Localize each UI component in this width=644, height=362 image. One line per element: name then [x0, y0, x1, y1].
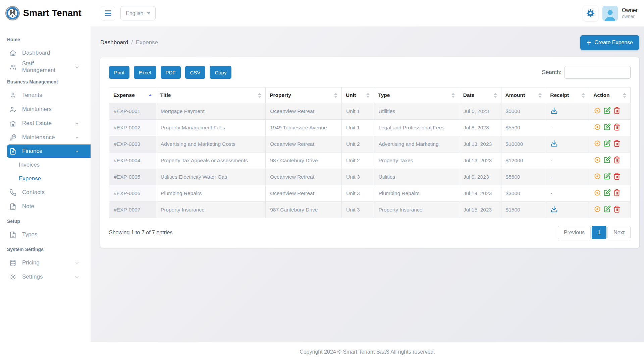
export-excel-button[interactable]: Excel	[134, 66, 156, 79]
download-icon[interactable]	[550, 107, 558, 114]
cell-action	[589, 103, 631, 120]
delete-icon[interactable]	[613, 123, 621, 131]
search-input[interactable]	[565, 66, 631, 79]
column-header-wrap: Unit	[346, 92, 370, 98]
sidebar-subitem-expense[interactable]: Expense	[0, 172, 91, 185]
cell-date: Jul 13, 2023	[459, 136, 501, 153]
column-header-type[interactable]: Type	[374, 87, 459, 103]
column-header-wrap: Receipt	[550, 92, 585, 98]
user-meta[interactable]: Owner owner	[622, 7, 639, 20]
cell-unit: Unit 1	[342, 103, 374, 120]
sort-icon	[258, 93, 261, 98]
sidebar-item-pricing[interactable]: Pricing	[0, 256, 91, 270]
view-icon[interactable]	[594, 205, 601, 213]
sidebar-item-staff-management[interactable]: Staff Management	[0, 60, 91, 74]
pagination-next-button[interactable]: Next	[607, 226, 631, 239]
delete-icon[interactable]	[613, 156, 621, 164]
create-expense-button[interactable]: + Create Expense	[580, 35, 639, 50]
sidebar-section-system-settings: System Settings	[0, 242, 91, 256]
download-icon[interactable]	[550, 140, 558, 147]
column-label: Action	[593, 92, 609, 98]
expense-card: PrintExcelPDFCSVCopy Search: ExpenseTitl…	[100, 57, 639, 248]
sidebar-subitem-invoices[interactable]: Invoices	[0, 158, 91, 172]
sort-icon	[366, 93, 370, 98]
sidebar-item-label: Types	[22, 231, 37, 238]
column-header-unit[interactable]: Unit	[342, 87, 374, 103]
edit-icon[interactable]	[603, 140, 611, 147]
cell-property: 987 Cantebury Drive	[266, 202, 342, 218]
export-csv-button[interactable]: CSV	[185, 66, 206, 79]
view-icon[interactable]	[594, 107, 601, 114]
export-pdf-button[interactable]: PDF	[161, 66, 181, 79]
language-dropdown[interactable]: English	[120, 6, 156, 20]
sidebar-item-note[interactable]: Note	[0, 199, 91, 214]
brand[interactable]: Smart Tenant	[0, 0, 91, 26]
copyright-text: Copyright 2024 © Smart Tenant SaaS All r…	[300, 349, 435, 355]
home-icon	[9, 50, 16, 57]
cell-date: Jul 9, 2023	[459, 169, 501, 185]
view-icon[interactable]	[594, 156, 601, 164]
delete-icon[interactable]	[613, 107, 621, 114]
sidebar-item-finance[interactable]: Finance	[7, 144, 91, 158]
cell-action	[589, 136, 631, 153]
sidebar-item-maintainers[interactable]: Maintainers	[0, 102, 91, 116]
view-icon[interactable]	[594, 173, 601, 180]
cell-unit: Unit 3	[342, 202, 374, 218]
delete-icon[interactable]	[613, 173, 621, 180]
cell-amount: $5600	[501, 169, 546, 185]
cell-title: Property Insurance	[156, 202, 265, 218]
topbar-left: English	[101, 6, 156, 20]
sidebar-item-maintenance[interactable]: Maintenance	[0, 130, 91, 144]
pagination-previous-button[interactable]: Previous	[558, 226, 591, 239]
column-header-amount[interactable]: Amount	[501, 87, 546, 103]
edit-icon[interactable]	[603, 205, 611, 213]
export-print-button[interactable]: Print	[109, 66, 129, 79]
cell-receipt	[546, 202, 589, 218]
cell-expense: #EXP-0002	[109, 120, 156, 136]
sidebar-item-types[interactable]: Types	[0, 228, 91, 242]
column-header-title[interactable]: Title	[156, 87, 265, 103]
download-icon[interactable]	[550, 205, 558, 213]
view-icon[interactable]	[594, 189, 601, 196]
edit-icon[interactable]	[603, 156, 611, 164]
gear-icon	[586, 9, 595, 18]
edit-icon[interactable]	[603, 173, 611, 180]
column-header-expense[interactable]: Expense	[109, 87, 156, 103]
column-header-receipt[interactable]: Receipt	[546, 87, 589, 103]
delete-icon[interactable]	[613, 205, 621, 213]
sidebar-item-contacts[interactable]: Contacts	[0, 185, 91, 199]
sidebar-item-real-estate[interactable]: Real Estate	[0, 116, 91, 130]
cell-type: Advertising and Marketing	[374, 136, 459, 153]
export-copy-button[interactable]: Copy	[210, 66, 231, 79]
column-header-action[interactable]: Action	[589, 87, 631, 103]
edit-icon[interactable]	[603, 189, 611, 196]
user-avatar[interactable]	[602, 6, 618, 21]
edit-icon[interactable]	[603, 107, 611, 114]
sidebar-toggle-button[interactable]	[101, 6, 115, 20]
sidebar-item-dashboard[interactable]: Dashboard	[0, 46, 91, 60]
person-icon	[603, 8, 617, 21]
column-header-property[interactable]: Property	[266, 87, 342, 103]
cell-amount: $1500	[501, 202, 546, 218]
cell-expense: #EXP-0003	[109, 136, 156, 153]
chevron-down-icon	[73, 135, 80, 140]
column-header-date[interactable]: Date	[459, 87, 501, 103]
delete-icon[interactable]	[613, 140, 621, 147]
cell-property: Oceanview Retreat	[266, 185, 342, 202]
sidebar-item-tenants[interactable]: Tenants	[0, 88, 91, 102]
cell-action	[589, 202, 631, 218]
cell-action	[589, 120, 631, 136]
cell-title: Property Management Fees	[156, 120, 265, 136]
breadcrumb-dashboard[interactable]: Dashboard	[100, 39, 128, 46]
view-icon[interactable]	[594, 140, 601, 147]
settings-gear-button[interactable]	[583, 6, 598, 21]
delete-icon[interactable]	[613, 189, 621, 196]
table-row: #EXP-0001Mortgage PaymentOceanview Retre…	[109, 103, 631, 120]
view-icon[interactable]	[594, 123, 601, 131]
sidebar-item-settings[interactable]: Settings	[0, 270, 91, 284]
cell-date: Jul 15, 2023	[459, 202, 501, 218]
column-label: Expense	[113, 92, 135, 98]
pagination-page-1-button[interactable]: 1	[592, 226, 606, 239]
cell-property: Oceanview Retreat	[266, 103, 342, 120]
edit-icon[interactable]	[603, 123, 611, 131]
